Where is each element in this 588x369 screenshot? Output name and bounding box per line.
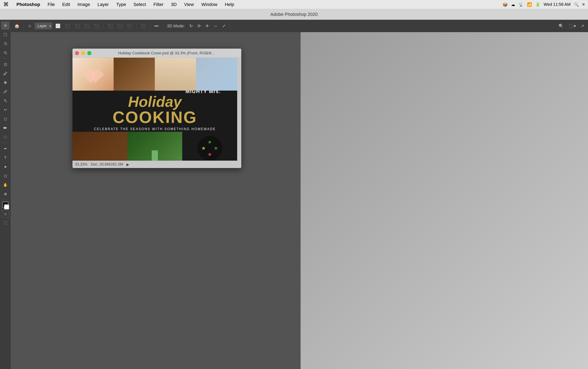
doc-window-controls <box>75 51 91 55</box>
align-left-btn[interactable]: ⬛ <box>64 22 71 30</box>
menu-image[interactable]: Image <box>76 1 91 8</box>
svg-rect-9 <box>4 127 7 129</box>
brush-tool[interactable] <box>1 88 10 96</box>
3d-orbit-btn[interactable]: ↻ <box>188 22 194 30</box>
eraser-tool[interactable]: ◻ <box>1 115 10 123</box>
background-color[interactable] <box>4 205 9 209</box>
right-panels-container: 🕐 ℹ A ¶ 📚 ☁ ◎ ≡ ✏ ⊞ « 🕐 History 🎨 Color … <box>301 20 588 369</box>
svg-marker-0 <box>5 24 6 27</box>
search-icon[interactable]: 🔍 <box>574 2 579 7</box>
cooking-title: COOKING <box>113 109 197 126</box>
svg-rect-2 <box>4 33 7 36</box>
distribute-btn[interactable]: ⬛ <box>139 22 147 30</box>
menu-filter[interactable]: Filter <box>152 1 165 8</box>
svg-line-4 <box>6 53 7 54</box>
svg-rect-7 <box>5 81 6 84</box>
more-options-btn[interactable]: ••• <box>153 22 160 30</box>
layer-list[interactable]: 👁 ▶ 📁 Back 👁 ▼ 📂 Front 👁 <box>301 57 514 358</box>
gradient-tool[interactable] <box>1 124 10 132</box>
align-center-btn[interactable]: ⬛ <box>73 22 81 30</box>
menu-bar: ⌘ Photoshop File Edit Image Layer Type S… <box>0 0 588 9</box>
3d-scale-btn[interactable]: ⤢ <box>221 22 227 30</box>
lasso-tool[interactable] <box>1 40 10 48</box>
zoom-tool[interactable]: ⊕ <box>1 190 10 198</box>
holiday-title: Holiday <box>128 94 182 109</box>
doc-maximize-btn[interactable] <box>87 51 91 55</box>
clock: Wed 11:58 AM <box>544 2 571 7</box>
3d-pan-btn[interactable]: ✛ <box>204 22 210 30</box>
quick-select-tool[interactable] <box>1 49 10 57</box>
screen-mode-btn[interactable]: ⬚ <box>1 218 10 227</box>
cookbook-cover[interactable]: MIGHTY Mrs. Holiday COOKING CELEBRATE TH… <box>72 58 237 161</box>
control-strip-icon[interactable]: ≡ <box>582 2 585 7</box>
menu-layer[interactable]: Layer <box>96 1 110 8</box>
marquee-btn[interactable]: ⬜ <box>54 22 62 30</box>
heal-tool[interactable] <box>1 78 10 87</box>
layer-select[interactable]: Layer <box>35 23 52 29</box>
doc-statusbar: 33.33% Doc: 20.6M/281.5M ▶ <box>72 161 241 168</box>
align-bottom-btn[interactable]: ⬛ <box>126 22 133 30</box>
svg-marker-1 <box>4 25 7 26</box>
clone-tool[interactable] <box>1 97 10 105</box>
home-button[interactable]: 🏠 <box>13 22 21 30</box>
divider-1 <box>24 22 24 30</box>
svg-rect-6 <box>4 82 7 83</box>
menu-file[interactable]: File <box>46 1 56 8</box>
eyedropper-tool[interactable] <box>1 69 10 78</box>
doc-close-btn[interactable] <box>75 51 79 55</box>
photo-grid-bottom <box>72 132 237 161</box>
status-arrow[interactable]: ▶ <box>126 162 129 167</box>
menu-select[interactable]: Select <box>132 1 147 8</box>
divider-4 <box>150 22 150 30</box>
menu-edit[interactable]: Edit <box>61 1 71 8</box>
move-tool-btn[interactable]: ⊹ <box>27 22 33 30</box>
menu-view[interactable]: View <box>183 1 195 8</box>
align-right-btn[interactable]: ⬛ <box>83 22 91 30</box>
subtitle: CELEBRATE THE SEASONS WITH SOMETHING HOM… <box>94 127 216 131</box>
photo-roll <box>114 58 155 91</box>
blur-tool[interactable]: ◌ <box>1 133 10 141</box>
type-tool[interactable]: T <box>1 154 10 162</box>
canvas-area: Holiday Cookbook Cover.psd @ 33.3% (Fron… <box>11 32 301 369</box>
doc-minimize-btn[interactable] <box>81 51 85 55</box>
shape-tool[interactable]: ◻ <box>1 172 10 180</box>
apple-menu[interactable]: ⌘ <box>3 1 9 8</box>
workspace-btn[interactable]: ⬛▾ <box>568 22 577 30</box>
align-vmid-btn[interactable]: ⬛ <box>116 22 124 30</box>
history-brush-tool[interactable]: ↩ <box>1 106 10 114</box>
svg-point-3 <box>4 51 6 53</box>
wifi-icon: 📶 <box>527 2 532 7</box>
dropbox-icon: 📦 <box>503 2 508 7</box>
crop-tool[interactable]: ⊡ <box>1 60 10 69</box>
photo-cookies <box>72 58 114 91</box>
menu-type[interactable]: Type <box>115 1 127 8</box>
marquee-tool[interactable] <box>1 31 10 39</box>
quick-mask-tool[interactable]: ⊙ <box>2 210 9 218</box>
photo-cookies2 <box>182 132 237 161</box>
window-title-text: Adobe Photoshop 2020 <box>270 12 318 17</box>
photo-cream <box>155 58 196 91</box>
photo-green <box>127 132 182 161</box>
doc-titlebar: Holiday Cookbook Cover.psd @ 33.3% (Fron… <box>72 49 241 58</box>
move-tool[interactable] <box>1 21 10 30</box>
doc-size: Doc: 20.6M/281.5M <box>91 162 123 167</box>
search-toolbar-btn[interactable]: 🔍 <box>557 22 565 30</box>
menu-help[interactable]: Help <box>223 1 235 8</box>
align-h-btn[interactable]: ⬛ <box>93 22 101 30</box>
menu-3d[interactable]: 3D <box>170 1 178 8</box>
airplay-icon: 📡 <box>518 2 524 7</box>
document-window: Holiday Cookbook Cover.psd @ 33.3% (Fron… <box>72 49 241 168</box>
3d-slide-btn[interactable]: ↔ <box>212 22 219 30</box>
thumb-cooking-copy <box>314 153 323 161</box>
tool-divider-2 <box>2 143 9 143</box>
align-top-btn[interactable]: ⬛ <box>106 22 114 30</box>
share-btn[interactable]: ↗ <box>579 22 586 30</box>
layer-cooking-copy[interactable]: 👁 cooking copy <box>301 151 514 163</box>
hand-tool[interactable]: ✋ <box>1 181 10 189</box>
path-selection-tool[interactable]: ➤ <box>1 163 10 171</box>
menu-window[interactable]: Window <box>200 1 219 8</box>
pen-tool[interactable]: ✒ <box>1 144 10 153</box>
3d-roll-btn[interactable]: ⟳ <box>196 22 202 30</box>
app-name[interactable]: Photoshop <box>15 1 41 8</box>
cover-center: MIGHTY Mrs. Holiday COOKING CELEBRATE TH… <box>72 91 237 132</box>
